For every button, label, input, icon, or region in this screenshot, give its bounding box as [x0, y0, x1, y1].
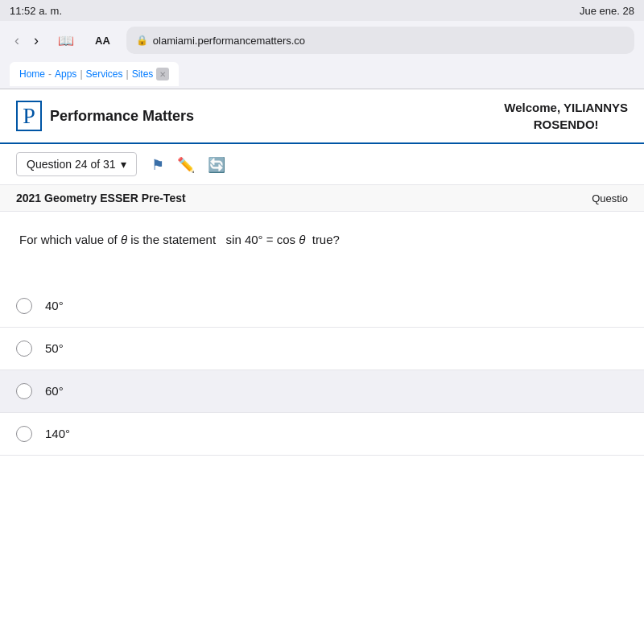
radio-b[interactable] [16, 341, 32, 357]
toolbar-icons: ⚑ ✏️ 🔄 [150, 154, 227, 175]
equation: sin 40° = cos θ [226, 233, 306, 246]
option-a[interactable]: 40° [0, 285, 644, 328]
option-b[interactable]: 50° [0, 328, 644, 370]
test-title: 2021 Geometry ESSER Pre-Test [16, 192, 186, 204]
browser-toolbar: ‹ › 📖 AA 🔒 olamiami.performancematters.c… [0, 21, 644, 60]
pm-icon-letter: P [23, 103, 35, 129]
pm-logo: P Performance Matters [16, 101, 194, 131]
tab-nav-links: Home - Apps | Services | Sites [19, 68, 153, 80]
flag-icon: ⚑ [151, 157, 164, 173]
option-b-text: 50° [45, 341, 64, 355]
refresh-icon: 🔄 [208, 157, 225, 173]
option-c-text: 60° [45, 384, 64, 398]
dropdown-icon: ▾ [121, 158, 126, 171]
radio-a[interactable] [16, 298, 32, 314]
option-a-text: 40° [45, 299, 64, 312]
pencil-button[interactable]: ✏️ [175, 154, 196, 175]
tab-link-sites[interactable]: Sites [132, 68, 154, 80]
back-button[interactable]: ‹ [10, 31, 24, 49]
status-bar: 11:52 a. m. Jue ene. 28 [0, 0, 644, 21]
forward-button[interactable]: › [29, 31, 43, 49]
nav-buttons: ‹ › [10, 31, 43, 49]
pencil-icon: ✏️ [177, 157, 195, 173]
pm-welcome: Welcome, YILIANNYS ROSENDO! [504, 99, 628, 133]
test-header: 2021 Geometry ESSER Pre-Test Questio [0, 185, 644, 212]
flag-button[interactable]: ⚑ [150, 154, 166, 175]
option-c[interactable]: 60° [0, 370, 644, 413]
tab-close-button[interactable]: ✕ [156, 68, 169, 80]
option-d-text: 140° [45, 427, 70, 440]
tab-link-services[interactable]: Services [86, 68, 123, 80]
url-text: olamiami.performancematters.co [153, 35, 305, 47]
welcome-line2: ROSENDO! [504, 116, 628, 133]
active-tab[interactable]: Home - Apps | Services | Sites ✕ [10, 62, 179, 86]
theta-var: θ [121, 233, 127, 246]
browser-chrome: ‹ › 📖 AA 🔒 olamiami.performancematters.c… [0, 21, 644, 89]
welcome-line1: Welcome, YILIANNYS [504, 99, 628, 116]
tab-bar: Home - Apps | Services | Sites ✕ [0, 60, 644, 89]
content-area: P Performance Matters Welcome, YILIANNYS… [0, 89, 644, 644]
pm-logo-icon: P [16, 101, 42, 131]
tab-link-home[interactable]: Home [19, 68, 45, 80]
lock-icon: 🔒 [136, 35, 148, 46]
tab-link-apps[interactable]: Apps [55, 68, 76, 80]
option-d[interactable]: 140° [0, 413, 644, 456]
radio-d[interactable] [16, 426, 32, 442]
reader-button[interactable]: 📖 [53, 31, 79, 50]
status-date: Jue ene. 28 [580, 5, 634, 17]
question-content: For which value of θ is the statement si… [0, 212, 644, 285]
test-question-ref: Questio [592, 192, 628, 204]
question-counter-button[interactable]: Question 24 of 31 ▾ [16, 152, 137, 176]
question-counter-label: Question 24 of 31 [27, 158, 116, 171]
radio-c[interactable] [16, 383, 32, 399]
address-bar[interactable]: 🔒 olamiami.performancematters.co [126, 27, 634, 54]
status-time: 11:52 a. m. [10, 5, 62, 17]
question-text: For which value of θ is the statement si… [19, 231, 625, 250]
question-toolbar: Question 24 of 31 ▾ ⚑ ✏️ 🔄 [0, 144, 644, 185]
answer-options: 40° 50° 60° 140° [0, 285, 644, 456]
pm-header: P Performance Matters Welcome, YILIANNYS… [0, 89, 644, 144]
pm-logo-text: Performance Matters [50, 108, 194, 125]
aa-button[interactable]: AA [89, 31, 117, 50]
book-icon: 📖 [58, 34, 74, 47]
refresh-button[interactable]: 🔄 [206, 154, 227, 175]
